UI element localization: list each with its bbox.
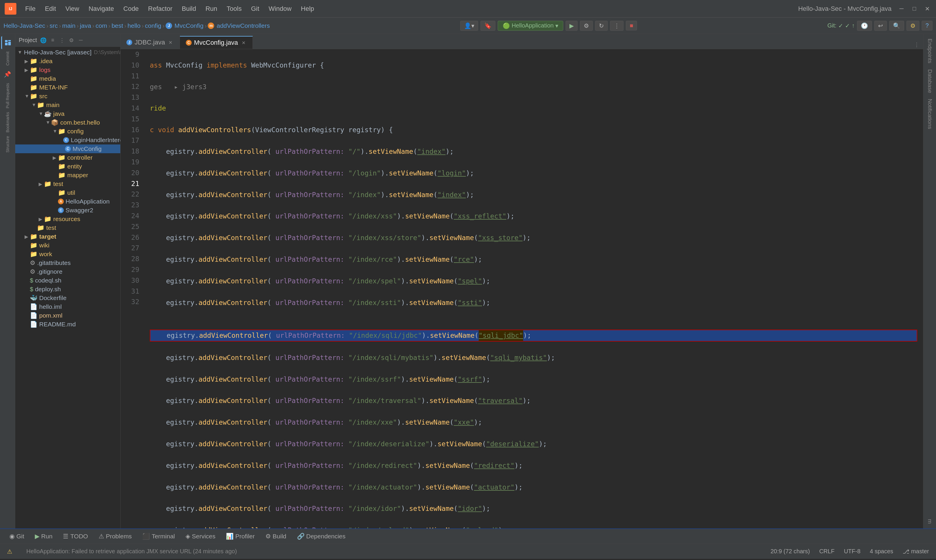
tree-media[interactable]: ▶ 📁 media [15,74,120,83]
right-notifications[interactable]: Notifications [925,97,934,132]
editor[interactable]: 9 10 11 12 13 14 15 16 17 18 19 20 21 22… [120,49,923,528]
settings-button[interactable]: ⚙ [907,21,919,31]
menu-git[interactable]: Git [247,4,263,14]
activity-project[interactable] [1,36,14,49]
breadcrumb-mvcconfig[interactable]: MvcConfig [174,22,204,29]
status-indent[interactable]: 4 spaces [868,547,896,556]
menu-run[interactable]: Run [201,4,221,14]
bottom-deps[interactable]: 🔗 Dependencies [292,532,350,541]
tab-mvcconfig[interactable]: C MvcConfig.java ✕ [180,36,253,49]
bottom-profiler[interactable]: 📊 Profiler [221,532,259,541]
right-endpoints[interactable]: Endpoints [925,36,934,66]
tree-meta[interactable]: ▶ 📁 META-INF [15,83,120,92]
tree-codeql[interactable]: ▶ $ codeql.sh [15,276,120,285]
tab-more-btn[interactable]: ⋮ [913,41,921,49]
tab-jdbc[interactable]: J JDBC.java ✕ [120,36,180,49]
breadcrumb-main[interactable]: main [62,22,76,29]
tree-config[interactable]: ▼ 📁 config [15,127,120,136]
menu-build[interactable]: Build [177,4,200,14]
tree-mapper[interactable]: ▶ 📁 mapper [15,171,120,180]
activity-structure-label[interactable]: Structure [4,135,11,154]
tab-mvcconfig-close[interactable]: ✕ [240,40,247,46]
tree-deploy[interactable]: ▶ $ deploy.sh [15,285,120,294]
menu-navigate[interactable]: Navigate [85,4,118,14]
tree-mvcconfig[interactable]: ▶ C MvcConfig [15,145,120,153]
bottom-git[interactable]: ◉ Git [5,532,29,541]
more-run-btn[interactable]: ⋮ [610,21,623,31]
code-content[interactable]: ass MvcConfig implements WebMvcConfigure… [144,49,923,528]
tree-gitignore[interactable]: ▶ ⚙ .gitignore [15,267,120,276]
help-button[interactable]: ? [922,21,933,31]
tree-gitattributes[interactable]: ▶ ⚙ .gitattributes [15,258,120,267]
run-button[interactable]: ▶ [566,21,578,31]
stop-button[interactable]: ■ [626,21,637,31]
tree-test[interactable]: ▶ 📁 test [15,223,120,232]
nav-vcs-btn[interactable]: 👤▾ [460,21,478,31]
sidebar-collapse-btn[interactable]: ≡ [49,36,57,45]
tree-package[interactable]: ▼ 📦 com.best.hello [15,118,120,127]
build-button[interactable]: ⚙ [580,21,593,31]
bottom-services[interactable]: ◈ Services [181,532,221,541]
sidebar-new-btn[interactable]: 🌐 [39,36,48,45]
bottom-run[interactable]: ▶ Run [30,532,57,541]
nav-bookmark-btn[interactable]: 🔖 [480,21,495,31]
bottom-build[interactable]: ⚙ Build [261,532,291,541]
maximize-button[interactable]: □ [910,5,919,13]
breadcrumb-com[interactable]: com [96,22,107,29]
tree-root[interactable]: ▼ Hello-Java-Sec [javasec] D:\System\min [15,48,120,57]
menu-tools[interactable]: Tools [223,4,246,14]
bottom-terminal[interactable]: ⬛ Terminal [137,532,179,541]
minimize-button[interactable]: ─ [897,5,905,13]
right-maven[interactable]: m [925,517,934,526]
tree-main[interactable]: ▼ 📁 main [15,101,120,109]
activity-pullreq-label[interactable]: Pull Requests [4,82,11,109]
tree-entity[interactable]: ▶ 📁 entity [15,162,120,171]
activity-commit-label[interactable]: Commit [4,50,11,67]
tree-src[interactable]: ▼ 📁 src [15,92,120,101]
tree-idea[interactable]: ▶ 📁 .idea [15,57,120,66]
tree-hello-app[interactable]: ▶ A HelloApplication [15,197,120,206]
breadcrumb-java[interactable]: java [80,22,91,29]
menu-help[interactable]: Help [297,4,318,14]
sidebar-settings-btn[interactable]: ⚙ [67,36,76,45]
tree-swagger[interactable]: ▶ C Swagger2 [15,206,120,215]
menu-file[interactable]: File [21,4,40,14]
breadcrumb-src[interactable]: src [49,22,58,29]
breadcrumb-config[interactable]: config [145,22,161,29]
tree-logs[interactable]: ▶ 📁 logs [15,66,120,74]
update-button[interactable]: ↻ [595,21,608,31]
tree-util[interactable]: ▶ 📁 util [15,188,120,197]
tree-login-handler[interactable]: ▶ C LoginHandlerInterce... [15,136,120,145]
status-encoding[interactable]: CRLF [817,547,837,556]
tree-controller[interactable]: ▶ 📁 controller [15,153,120,162]
breadcrumb-hello[interactable]: hello [128,22,140,29]
tree-pom[interactable]: ▶ 📄 pom.xml [15,311,120,320]
tree-work[interactable]: ▶ 📁 work [15,250,120,258]
menu-refactor[interactable]: Refactor [144,4,176,14]
status-charset[interactable]: UTF-8 [842,547,863,556]
menu-view[interactable]: View [61,4,83,14]
sidebar-close-btn[interactable]: ─ [77,36,85,45]
status-position[interactable]: 20:9 (72 chars) [768,547,812,556]
tree-dockerfile[interactable]: ▶ 🐳 Dockerfile [15,294,120,302]
breadcrumb-project[interactable]: Hello-Java-Sec [3,22,45,29]
tree-readme[interactable]: ▶ 📄 README.md [15,320,120,329]
breadcrumb-method[interactable]: addViewControllers [216,22,270,29]
right-database[interactable]: Database [925,67,934,95]
sidebar-more-btn[interactable]: ⋮ [58,36,66,45]
menu-code[interactable]: Code [119,4,143,14]
tree-test-inner[interactable]: ▶ 📁 test [15,180,120,188]
run-config[interactable]: 🟢 HelloApplication ▾ [498,21,563,31]
tab-jdbc-close[interactable]: ✕ [167,39,174,46]
breadcrumb-best[interactable]: best [111,22,123,29]
search-button[interactable]: 🔍 [889,21,904,31]
status-branch[interactable]: ⎇ master [900,547,931,556]
bottom-todo[interactable]: ☰ TODO [58,532,93,541]
clock-button[interactable]: 🕐 [857,21,872,31]
menu-edit[interactable]: Edit [41,4,60,14]
close-button[interactable]: ✕ [923,5,931,13]
tree-target[interactable]: ▶ 📁 target [15,232,120,241]
tree-iml[interactable]: ▶ 📄 hello.iml [15,302,120,311]
menu-window[interactable]: Window [265,4,296,14]
tree-wiki[interactable]: ▶ 📁 wiki [15,241,120,250]
